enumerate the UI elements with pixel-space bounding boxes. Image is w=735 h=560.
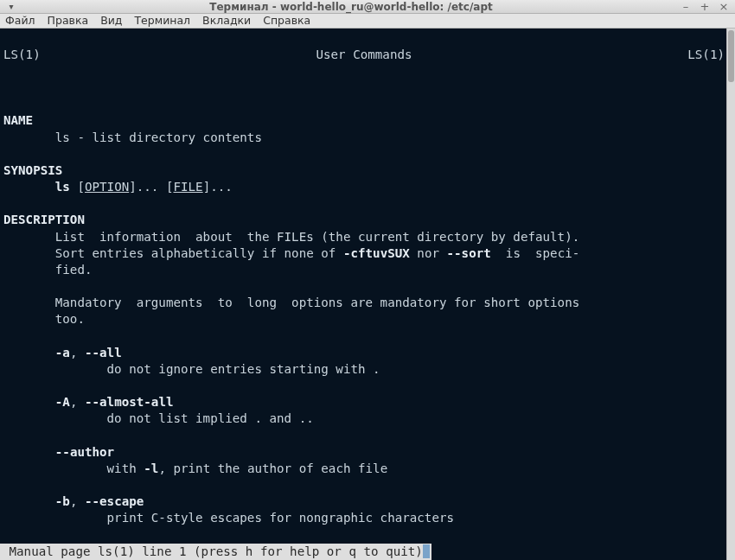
menu-tabs[interactable]: Вкладки: [202, 14, 251, 27]
option-line: --author: [3, 445, 114, 459]
section-synopsis-heading: SYNOPSIS: [3, 163, 62, 177]
status-text: Manual page ls(1) line 1 (press h for he…: [2, 544, 423, 558]
desc-flag: -cftuvSUX: [343, 246, 410, 260]
option-desc: do not list implied . and ..: [3, 411, 314, 425]
opt-short: -A: [55, 395, 70, 409]
name-line: ls - list directory contents: [3, 130, 262, 144]
opt-desc-text: , print the author of each file: [158, 461, 387, 475]
option-desc: do not ignore entries starting with .: [3, 362, 380, 376]
blank-line: [3, 97, 11, 111]
opt-sep: ,: [70, 395, 85, 409]
blank-line: [3, 429, 11, 442]
blank-line: [3, 196, 11, 210]
blank-line: [3, 329, 11, 343]
opt-desc-text: with: [3, 461, 144, 475]
opt-sep: ,: [70, 494, 85, 508]
desc-line: too.: [3, 312, 85, 326]
menubar: Файл Правка Вид Терминал Вкладки Справка: [0, 14, 735, 28]
opt-indent: [3, 494, 55, 508]
syn-option: OPTION: [85, 180, 129, 194]
option-line: -a, --all: [3, 346, 122, 360]
opt-short: -b: [55, 494, 70, 508]
menu-edit[interactable]: Правка: [48, 14, 89, 27]
opt-desc-flag: -l: [144, 461, 158, 475]
scrollbar-thumb[interactable]: [728, 30, 734, 82]
opt-indent: [3, 395, 55, 409]
man-header-right: LS(1): [687, 47, 725, 63]
man-status-line: Manual page ls(1) line 1 (press h for he…: [0, 544, 431, 560]
opt-long: --author: [55, 445, 114, 459]
syn-text: [: [70, 180, 85, 194]
cursor-icon: [423, 544, 431, 558]
desc-text: is speci‐: [491, 246, 580, 260]
menu-help[interactable]: Справка: [263, 14, 310, 27]
close-button[interactable]: ×: [718, 0, 730, 13]
opt-long: --all: [85, 346, 122, 360]
blank-line: [3, 279, 11, 293]
desc-line: Sort entries alphabetically if none of -…: [3, 246, 579, 260]
desc-text: nor: [410, 246, 447, 260]
syn-indent: [3, 180, 55, 194]
blank-line: [3, 147, 11, 161]
man-header-center: User Commands: [41, 47, 688, 63]
syn-text: ]... [: [129, 180, 173, 194]
blank-line: [3, 379, 11, 392]
option-desc: with -l, print the author of each file: [3, 461, 387, 475]
syn-cmd: ls: [55, 180, 70, 194]
man-header-row: LS(1)User CommandsLS(1): [3, 47, 725, 63]
window-controls: – + ×: [680, 0, 730, 13]
section-name-heading: NAME: [3, 113, 33, 127]
desc-flag: --sort: [447, 246, 491, 260]
option-line: -A, --almost-all: [3, 395, 173, 409]
window-titlebar: ▾ Терминал - world-hello_ru@world-hello:…: [0, 0, 735, 14]
man-header-left: LS(1): [3, 47, 41, 63]
opt-sep: ,: [70, 346, 85, 360]
syn-file: FILE: [173, 180, 202, 194]
vertical-scrollbar[interactable]: [726, 29, 735, 561]
opt-long: --escape: [85, 494, 144, 508]
window-menu-icon[interactable]: ▾: [5, 1, 17, 13]
minimize-button[interactable]: –: [680, 0, 692, 13]
synopsis-line: ls [OPTION]... [FILE]...: [3, 180, 233, 194]
opt-indent: [3, 346, 55, 360]
terminal-container: LS(1)User CommandsLS(1) NAME ls - list d…: [0, 29, 735, 561]
maximize-button[interactable]: +: [699, 0, 711, 13]
opt-long: --almost-all: [85, 395, 174, 409]
desc-line: Mandatory arguments to long options are …: [3, 296, 579, 309]
blank-line: [3, 478, 11, 492]
terminal-output[interactable]: LS(1)User CommandsLS(1) NAME ls - list d…: [0, 29, 726, 561]
desc-line: List information about the FILEs (the cu…: [3, 230, 579, 244]
desc-text: Sort entries alphabetically if none of: [3, 246, 343, 260]
option-line: -b, --escape: [3, 494, 144, 508]
menu-terminal[interactable]: Терминал: [134, 14, 190, 27]
section-description-heading: DESCRIPTION: [3, 213, 85, 226]
menu-file[interactable]: Файл: [5, 14, 35, 27]
syn-text: ]...: [203, 180, 233, 194]
option-desc: print C-style escapes for nongraphic cha…: [3, 511, 454, 525]
desc-line: fied.: [3, 263, 93, 277]
opt-short: -a: [55, 346, 70, 360]
opt-indent: [3, 445, 55, 459]
menu-view[interactable]: Вид: [100, 14, 122, 27]
window-title: Терминал - world-hello_ru@world-hello: /…: [22, 1, 680, 13]
blank-line: [3, 80, 11, 94]
